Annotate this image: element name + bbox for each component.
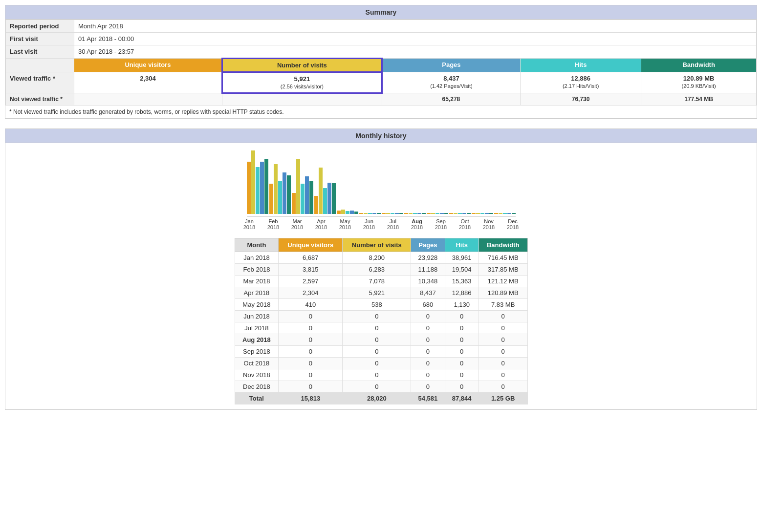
th-hits: Hits	[445, 238, 479, 252]
reported-period-value: Month Apr 2018	[74, 20, 757, 33]
bar-blue	[372, 213, 376, 214]
bar-green	[467, 213, 471, 214]
bar-yellow	[274, 164, 278, 214]
bar-chart	[247, 148, 516, 216]
bar-green	[512, 213, 516, 214]
cell-unique: 410	[279, 299, 343, 311]
bar-orange	[269, 184, 273, 214]
bar-blue	[327, 183, 331, 214]
cell-bandwidth: 0	[479, 381, 527, 393]
cell-hits: 0	[445, 322, 479, 334]
total-label: Total	[235, 393, 279, 404]
bar-group-aug	[404, 213, 426, 214]
cell-month: Jul 2018	[235, 322, 279, 334]
cell-unique: 0	[279, 346, 343, 358]
th-pages: Pages	[411, 238, 445, 252]
bar-blue	[260, 162, 264, 214]
th-unique: Unique visitors	[279, 238, 343, 252]
bar-green	[489, 213, 493, 214]
col-header-unique: Unique visitors	[74, 59, 222, 72]
cell-hits: 12,886	[445, 287, 479, 299]
cell-unique: 3,815	[279, 264, 343, 276]
cell-hits: 0	[445, 311, 479, 322]
cell-month: Oct 2018	[235, 358, 279, 369]
bar-group-apr	[314, 168, 336, 214]
cell-bandwidth: 0	[479, 311, 527, 322]
history-row-2: Mar 20182,5977,07810,34815,363121.12 MB	[235, 276, 527, 287]
bar-teal	[323, 188, 327, 214]
cell-pages: 0	[411, 311, 445, 322]
bar-green	[444, 213, 448, 214]
bar-orange	[382, 213, 386, 214]
bar-group-jul	[382, 213, 403, 214]
bar-group-dec	[494, 213, 516, 214]
bar-orange	[449, 213, 453, 214]
bar-green	[332, 183, 336, 214]
summary-table: Reported period Month Apr 2018 First vis…	[5, 20, 757, 106]
history-row-3: Apr 20182,3045,9218,43712,886120.89 MB	[235, 287, 527, 299]
not-viewed-bandwidth: 177.54 MB	[641, 93, 757, 106]
cell-hits: 15,363	[445, 276, 479, 287]
bar-yellow	[431, 213, 435, 214]
bar-orange	[359, 213, 363, 214]
column-headers-row: Unique visitors Number of visits Pages H…	[6, 59, 757, 72]
not-viewed-visits	[222, 93, 382, 106]
chart-label-feb: Feb2018	[262, 218, 285, 230]
viewed-visits: 5,921 (2.56 visits/visitor)	[222, 72, 382, 93]
cell-unique: 0	[279, 369, 343, 381]
total-hits: 87,844	[445, 393, 479, 404]
history-row-1: Feb 20183,8156,28311,18819,504317.85 MB	[235, 264, 527, 276]
cell-hits: 1,130	[445, 299, 479, 311]
history-row-4: May 20184105386801,1307.83 MB	[235, 299, 527, 311]
first-visit-label: First visit	[6, 33, 74, 45]
cell-visits: 0	[343, 334, 411, 346]
history-row-8: Sep 201800000	[235, 346, 527, 358]
th-bandwidth: Bandwidth	[479, 238, 527, 252]
cell-visits: 538	[343, 299, 411, 311]
bar-green	[354, 212, 358, 214]
last-visit-value: 30 Apr 2018 - 23:57	[74, 45, 757, 59]
bar-teal	[413, 213, 417, 214]
cell-hits: 0	[445, 381, 479, 393]
cell-month: Feb 2018	[235, 264, 279, 276]
cell-pages: 0	[411, 322, 445, 334]
not-viewed-unique	[74, 93, 222, 106]
cell-bandwidth: 120.89 MB	[479, 287, 527, 299]
bar-teal	[503, 213, 507, 214]
cell-month: Dec 2018	[235, 381, 279, 393]
viewed-hits: 12,886 (2.17 Hits/Visit)	[521, 72, 641, 93]
bar-green	[287, 175, 291, 214]
cell-bandwidth: 0	[479, 346, 527, 358]
bar-orange	[247, 162, 251, 214]
chart-label-mar: Mar2018	[286, 218, 309, 230]
chart-container: Jan2018Feb2018Mar2018Apr2018May2018Jun20…	[5, 143, 757, 230]
bar-teal	[278, 181, 282, 214]
cell-bandwidth: 0	[479, 369, 527, 381]
bar-teal	[480, 213, 484, 214]
cell-pages: 0	[411, 346, 445, 358]
bar-yellow	[319, 168, 323, 214]
chart-label-may: May2018	[334, 218, 357, 230]
first-visit-value: 01 Apr 2018 - 00:00	[74, 33, 757, 45]
cell-hits: 0	[445, 334, 479, 346]
not-viewed-hits: 76,730	[521, 93, 641, 106]
col-header-hits: Hits	[521, 59, 641, 72]
cell-month: Jun 2018	[235, 311, 279, 322]
history-row-7: Aug 201800000	[235, 334, 527, 346]
cell-hits: 0	[445, 358, 479, 369]
cell-bandwidth: 0	[479, 358, 527, 369]
cell-unique: 0	[279, 334, 343, 346]
bar-blue	[485, 213, 489, 214]
cell-month: May 2018	[235, 299, 279, 311]
cell-unique: 0	[279, 381, 343, 393]
bar-orange	[427, 213, 431, 214]
history-table-header-row: Month Unique visitors Number of visits P…	[235, 238, 527, 252]
cell-bandwidth: 0	[479, 334, 527, 346]
viewed-bandwidth: 120.89 MB (20.9 KB/Visit)	[641, 72, 757, 93]
bar-yellow	[476, 213, 480, 214]
total-visits: 28,020	[343, 393, 411, 404]
chart-labels: Jan2018Feb2018Mar2018Apr2018May2018Jun20…	[238, 218, 524, 230]
cell-bandwidth: 7.83 MB	[479, 299, 527, 311]
last-visit-row: Last visit 30 Apr 2018 - 23:57	[6, 45, 757, 59]
bar-yellow	[251, 150, 255, 214]
